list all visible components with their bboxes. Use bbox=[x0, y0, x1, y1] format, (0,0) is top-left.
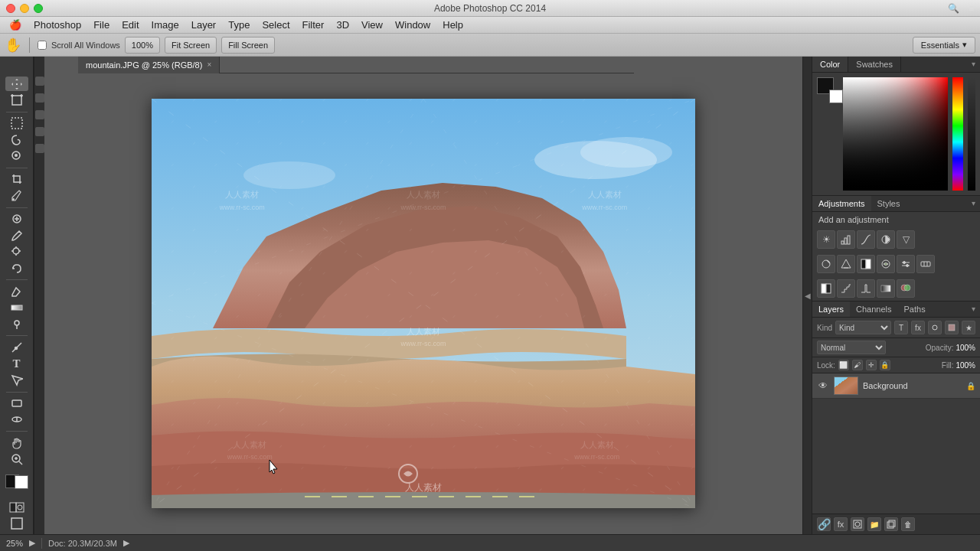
pen-tool-button[interactable] bbox=[5, 340, 28, 354]
swatches-tab[interactable]: Swatches bbox=[848, 57, 901, 72]
posterize-icon[interactable] bbox=[837, 279, 855, 298]
apple-menu[interactable]: 🍎 bbox=[3, 18, 28, 32]
hue-sat-icon[interactable] bbox=[817, 255, 835, 273]
menu-3d[interactable]: 3D bbox=[330, 18, 355, 32]
screen-mode-button[interactable] bbox=[5, 517, 28, 531]
exposure-icon[interactable] bbox=[877, 230, 895, 249]
extra-icon-4[interactable] bbox=[35, 127, 44, 136]
close-button[interactable] bbox=[6, 4, 15, 13]
lasso-tool-button[interactable] bbox=[5, 132, 28, 147]
layers-filter-effect[interactable]: fx bbox=[911, 321, 925, 334]
invert-icon[interactable] bbox=[817, 279, 835, 298]
alpha-strip[interactable] bbox=[968, 77, 975, 191]
color-balance-icon[interactable] bbox=[837, 255, 855, 273]
scroll-all-windows-checkbox[interactable] bbox=[38, 41, 47, 50]
curves-icon[interactable] bbox=[857, 230, 875, 249]
background-color-swatch[interactable] bbox=[15, 475, 28, 489]
extra-icon-2[interactable] bbox=[35, 93, 44, 103]
color-swatches-container[interactable] bbox=[817, 77, 838, 99]
crop-tool-button[interactable] bbox=[5, 172, 28, 187]
color-lookup-icon[interactable] bbox=[916, 255, 935, 273]
eraser-tool-button[interactable] bbox=[5, 284, 28, 298]
delete-layer-icon[interactable]: 🗑 bbox=[901, 517, 915, 531]
quick-mask-button[interactable] bbox=[5, 500, 28, 514]
panel-collapse-button[interactable]: ◀ bbox=[802, 57, 812, 534]
menu-icon[interactable]: ≡ bbox=[969, 3, 974, 14]
new-layer-icon[interactable] bbox=[884, 517, 898, 531]
new-group-icon[interactable]: 📁 bbox=[867, 517, 881, 531]
healing-brush-button[interactable] bbox=[5, 211, 28, 226]
hue-strip[interactable] bbox=[952, 77, 963, 191]
3d-rotate-button[interactable] bbox=[5, 412, 28, 427]
move-tool-button[interactable] bbox=[5, 77, 28, 91]
maximize-button[interactable] bbox=[34, 4, 43, 13]
layers-kind-select[interactable]: Kind bbox=[835, 321, 891, 334]
minimize-button[interactable] bbox=[20, 4, 29, 13]
layer-mask-icon[interactable] bbox=[851, 517, 864, 531]
lock-pixels-icon[interactable]: ⬜ bbox=[838, 360, 849, 370]
fill-screen-button[interactable]: Fill Screen bbox=[221, 37, 275, 54]
eyedropper-tool-button[interactable] bbox=[5, 188, 28, 203]
essentials-button[interactable]: Essentials ▾ bbox=[913, 37, 975, 54]
menu-select[interactable]: Select bbox=[256, 18, 296, 32]
color-gradient[interactable] bbox=[843, 77, 948, 191]
hand-tool-button[interactable] bbox=[5, 435, 28, 450]
levels-icon[interactable] bbox=[837, 230, 855, 249]
color-panel-menu[interactable]: ▾ bbox=[967, 57, 980, 72]
search-icon[interactable]: 🔍 bbox=[948, 3, 959, 14]
menu-view[interactable]: View bbox=[355, 18, 389, 32]
fit-screen-button[interactable]: Fit Screen bbox=[165, 37, 217, 54]
adjustments-tab[interactable]: Adjustments bbox=[812, 196, 871, 211]
status-arrow-icon[interactable]: ▶ bbox=[29, 538, 35, 548]
menu-layer[interactable]: Layer bbox=[185, 18, 223, 32]
layer-link-icon[interactable]: 🔗 bbox=[817, 517, 831, 531]
extra-icon-5[interactable] bbox=[35, 144, 44, 153]
threshold-icon[interactable] bbox=[857, 279, 875, 298]
canvas-document[interactable]: 人人素材www.rr-sc.com 人人素材www.rr-sc.com 人人素材… bbox=[152, 99, 695, 508]
document-tab[interactable]: mountain.JPG @ 25% (RGB/8) × bbox=[78, 57, 220, 73]
menu-edit[interactable]: Edit bbox=[116, 18, 145, 32]
menu-file[interactable]: File bbox=[87, 18, 116, 32]
menu-photoshop[interactable]: Photoshop bbox=[28, 18, 87, 32]
background-swatch[interactable] bbox=[829, 90, 843, 103]
layer-item-background[interactable]: 👁 Background 🔒 bbox=[812, 373, 980, 399]
shape-tool-button[interactable] bbox=[5, 396, 28, 410]
artboard-tool-button[interactable] bbox=[5, 93, 28, 107]
opacity-value[interactable]: 100% bbox=[956, 344, 975, 352]
layers-filter-type[interactable]: T bbox=[894, 321, 908, 334]
canvas-area[interactable]: mountain.JPG @ 25% (RGB/8) × bbox=[44, 57, 802, 534]
doc-info-arrow[interactable]: ▶ bbox=[123, 538, 129, 548]
fill-value[interactable]: 100% bbox=[956, 361, 975, 370]
menu-image[interactable]: Image bbox=[145, 18, 185, 32]
layers-panel-menu[interactable]: ▾ bbox=[967, 302, 980, 317]
lock-position-icon[interactable]: ✛ bbox=[866, 360, 877, 370]
layers-filter-mode[interactable] bbox=[928, 321, 942, 334]
channels-tab[interactable]: Channels bbox=[850, 302, 897, 317]
zoom-tool-button[interactable] bbox=[5, 452, 28, 466]
channel-mixer-icon[interactable] bbox=[897, 255, 915, 273]
gradient-tool-button[interactable] bbox=[5, 300, 28, 315]
quick-selection-button[interactable] bbox=[5, 149, 28, 164]
extra-icon-3[interactable] bbox=[35, 110, 44, 119]
menu-window[interactable]: Window bbox=[389, 18, 436, 32]
adj-panel-menu[interactable]: ▾ bbox=[967, 196, 980, 211]
bw-icon[interactable] bbox=[857, 255, 875, 273]
layers-filter-smart[interactable]: ★ bbox=[962, 321, 975, 334]
photo-filter-icon[interactable] bbox=[877, 255, 895, 273]
clone-stamp-button[interactable] bbox=[5, 244, 28, 259]
window-controls[interactable] bbox=[6, 4, 43, 13]
layer-fx-icon[interactable]: fx bbox=[834, 517, 848, 531]
rectangular-marquee-button[interactable] bbox=[5, 116, 28, 131]
menu-filter[interactable]: Filter bbox=[296, 18, 331, 32]
menu-help[interactable]: Help bbox=[436, 18, 469, 32]
brush-tool-button[interactable] bbox=[5, 228, 28, 243]
layers-tab[interactable]: Layers bbox=[812, 302, 850, 317]
history-brush-button[interactable] bbox=[5, 261, 28, 276]
lock-image-pixels-icon[interactable]: 🖌 bbox=[852, 360, 863, 370]
dodge-tool-button[interactable] bbox=[5, 317, 28, 331]
vibrance-icon[interactable]: ▽ bbox=[897, 230, 915, 249]
color-tab[interactable]: Color bbox=[812, 57, 848, 72]
layers-filter-color[interactable] bbox=[945, 321, 959, 334]
layers-mode-select[interactable]: Normal Multiply Screen bbox=[817, 341, 886, 354]
selective-color-icon[interactable] bbox=[897, 279, 915, 298]
